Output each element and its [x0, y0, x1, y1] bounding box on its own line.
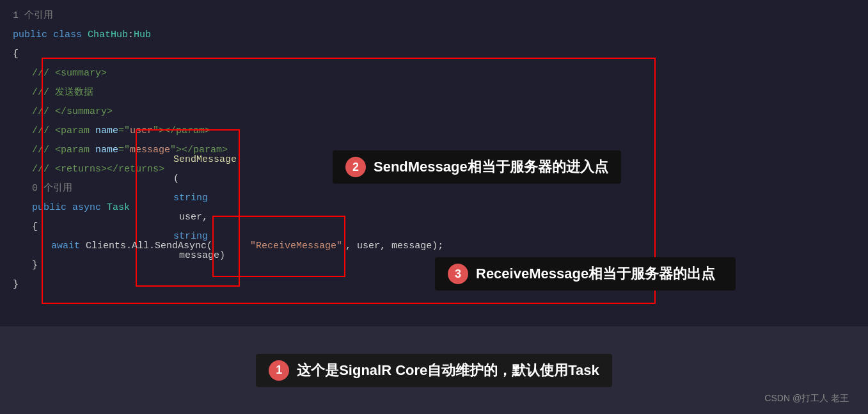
bottom-bar: 1 这个是SignalR Core自动维护的，默认使用Task CSDN @打工…: [0, 326, 868, 414]
code-line-1: 1 个引用: [0, 6, 868, 26]
code-line-2: public class ChatHub : Hub: [0, 26, 868, 45]
badge-2: 2: [345, 157, 366, 177]
keyword-class: class: [53, 26, 88, 45]
callout-3-text: ReceiveMessage相当于服务器的出点: [476, 264, 715, 283]
keyword-public: public: [13, 26, 53, 45]
code-line-5: /// 发送数据: [0, 83, 868, 102]
callout-3: 3 ReceiveMessage相当于服务器的出点: [435, 257, 736, 291]
badge-3: 3: [448, 264, 468, 284]
callout-1-text: 这个是SignalR Core自动维护的，默认使用Task: [297, 361, 599, 380]
base-class: Hub: [134, 26, 151, 45]
class-name: ChatHub: [88, 26, 128, 45]
code-line-7: /// <param name =" user "></param>: [0, 122, 868, 141]
badge-1: 1: [269, 360, 289, 381]
colon: :: [128, 26, 134, 45]
callout-2: 2 SendMessage相当于服务器的进入点: [333, 150, 621, 184]
code-line-4: /// < summary >: [0, 64, 868, 83]
watermark: CSDN @打工人 老王: [764, 393, 849, 404]
code-line-12: {: [0, 218, 868, 237]
ref-count: 1 个引用: [13, 6, 53, 26]
callout-1: 1 这个是SignalR Core自动维护的，默认使用Task: [256, 354, 612, 387]
receivemessage-box: "ReceiveMessage": [212, 216, 345, 277]
code-line-11: public async Task SendMessage ( string u…: [0, 198, 868, 218]
code-line-14: }: [0, 256, 868, 275]
code-line-6: /// </summary>: [0, 102, 868, 122]
callout-2-text: SendMessage相当于服务器的进入点: [374, 157, 608, 177]
code-line-3: {: [0, 45, 868, 64]
code-area: 1 个引用 public class ChatHub : Hub { /// <…: [0, 0, 868, 326]
code-line-13: await Clients.All.SendAsync( "ReceiveMes…: [0, 237, 868, 256]
code-line-15: }: [0, 275, 868, 294]
